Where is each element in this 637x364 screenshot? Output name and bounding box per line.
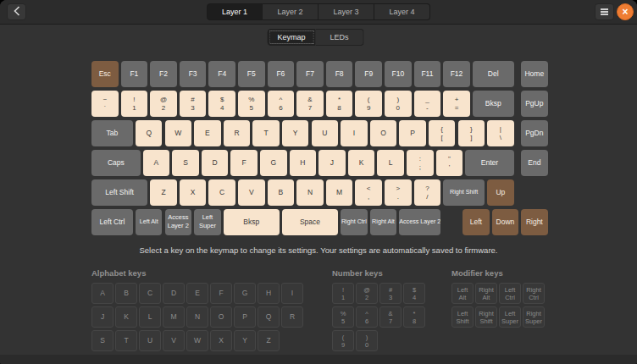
key-tab[interactable]: Tab [91,120,133,146]
key-f8[interactable]: F8 [326,61,353,87]
picker-key-u[interactable]: U [139,330,161,351]
picker-key-right-ctrl[interactable]: RightCtrl [523,283,545,304]
key-x[interactable]: X [180,179,207,206]
picker-key-d[interactable]: D [163,283,185,304]
toggle-keymap[interactable]: Keymap [268,29,316,46]
key-f11[interactable]: F11 [414,61,441,87]
key-f5[interactable]: F5 [238,61,265,87]
key-bksp[interactable]: Bksp [224,209,280,235]
key-bksp[interactable]: Bksp [473,91,514,117]
picker-key-y[interactable]: Y [234,330,256,351]
picker-key-n[interactable]: N [186,306,208,328]
key-left[interactable]: Left [463,209,490,235]
key-u[interactable]: U [312,120,339,146]
key-d[interactable]: D [202,150,229,176]
key-hash-3[interactable]: #3 [180,91,207,117]
key-at-2[interactable]: @2 [150,91,177,117]
key-f[interactable]: F [230,150,258,176]
key-g[interactable]: G [260,150,287,176]
key-f7[interactable]: F7 [296,61,324,87]
key-f9[interactable]: F9 [355,61,382,87]
key-r[interactable]: R [224,120,251,146]
key-q[interactable]: Q [136,120,163,146]
key-left-super[interactable]: LeftSuper [194,209,221,235]
key-percent-5[interactable]: %5 [238,91,265,117]
picker-key-j[interactable]: J [91,306,114,328]
key-l[interactable]: L [377,150,404,176]
key-pgdn[interactable]: PgDn [521,120,548,146]
key-e[interactable]: E [194,120,221,146]
key-n[interactable]: N [296,179,324,206]
picker-key-2[interactable]: @2 [356,283,378,304]
back-button[interactable] [7,3,26,20]
picker-key-m[interactable]: M [163,306,185,328]
key-f2[interactable]: F2 [150,61,177,87]
key-home[interactable]: Home [521,61,548,87]
key-del[interactable]: Del [473,61,514,87]
picker-key-0[interactable]: )0 [356,330,378,351]
key-access-layer-2-right[interactable]: Access Layer 2 [399,209,440,235]
picker-key-v[interactable]: V [163,330,185,351]
key-f6[interactable]: F6 [268,61,295,87]
key-o[interactable]: O [370,120,397,146]
key-caps[interactable]: Caps [91,150,141,176]
key-f4[interactable]: F4 [208,61,235,87]
key-m[interactable]: M [326,179,353,206]
key-z[interactable]: Z [150,179,177,206]
close-button[interactable]: × [617,3,634,20]
picker-key-b[interactable]: B [115,283,137,304]
picker-key-1[interactable]: !1 [332,283,354,304]
key-up[interactable]: Up [487,179,514,206]
picker-key-right-shift[interactable]: RightShift [475,306,497,328]
key-question-slash[interactable]: ?/ [414,179,441,206]
picker-key-9[interactable]: (9 [332,330,354,351]
key-h[interactable]: H [290,150,317,176]
picker-key-x[interactable]: X [210,330,232,351]
key-f1[interactable]: F1 [121,61,148,87]
key-esc[interactable]: Esc [91,61,119,87]
picker-key-t[interactable]: T [115,330,137,351]
picker-key-z[interactable]: Z [258,330,280,351]
picker-key-i[interactable]: I [281,283,303,304]
picker-key-k[interactable]: K [115,306,137,328]
key-caret-6[interactable]: ^6 [268,91,295,117]
key-y[interactable]: Y [282,120,309,146]
key-space[interactable]: Space [282,209,338,235]
picker-key-r[interactable]: R [281,306,303,328]
key-w[interactable]: W [165,120,192,146]
picker-key-7[interactable]: &7 [379,306,402,328]
key-p[interactable]: P [399,120,426,146]
tab-layer-1[interactable]: Layer 1 [207,3,263,20]
key-b[interactable]: B [268,179,295,206]
key-s[interactable]: S [172,150,199,176]
key-i[interactable]: I [341,120,368,146]
key-right-ctrl[interactable]: Right Ctrl [341,209,368,235]
key-c[interactable]: C [208,179,235,206]
picker-key-f[interactable]: F [210,283,232,304]
key-k[interactable]: K [348,150,375,176]
picker-key-right-super[interactable]: RightSuper [523,306,545,328]
key-tilde-grave[interactable]: ~` [91,91,119,117]
tab-layer-4[interactable]: Layer 4 [374,3,430,20]
picker-key-6[interactable]: ^6 [356,306,378,328]
picker-key-left-shift[interactable]: LeftShift [451,306,474,328]
key-j[interactable]: J [318,150,346,176]
picker-key-s[interactable]: S [91,330,114,351]
key-right-shift[interactable]: Right Shift [443,179,485,206]
picker-key-h[interactable]: H [258,283,280,304]
key-down[interactable]: Down [492,209,519,235]
key-amp-7[interactable]: &7 [296,91,324,117]
key-right-alt[interactable]: Right Alt [370,209,397,235]
key-pipe-backslash[interactable]: |\ [487,120,514,146]
key-brace-bracket-open[interactable]: {[ [429,120,456,146]
picker-key-4[interactable]: $4 [403,283,425,304]
key-asterisk-8[interactable]: *8 [326,91,353,117]
key-paren-close-0[interactable]: )0 [385,91,412,117]
tab-layer-2[interactable]: Layer 2 [263,3,318,20]
key-access-layer-2-left[interactable]: AccessLayer 2 [165,209,192,235]
key-dollar-4[interactable]: $4 [208,91,235,117]
key-f12[interactable]: F12 [443,61,470,87]
key-exclam-1[interactable]: !1 [121,91,148,117]
key-pgup[interactable]: PgUp [521,91,548,117]
key-f3[interactable]: F3 [180,61,207,87]
